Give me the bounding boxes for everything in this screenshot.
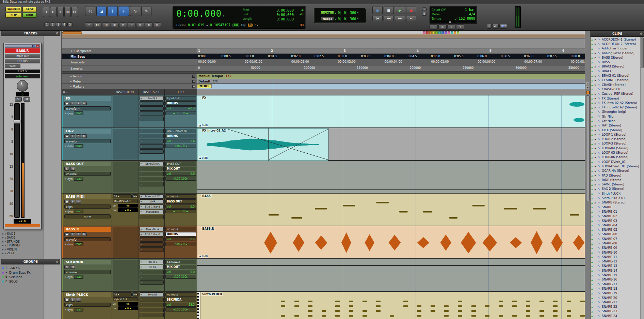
- insert-slot-empty[interactable]: [140, 303, 164, 307]
- zoom-preset-3-button[interactable]: 3: [56, 22, 61, 27]
- fast-forward-button[interactable]: ▶▶: [395, 16, 405, 21]
- transport-collapse-button[interactable]: ≡: [422, 7, 426, 11]
- insert-slot-empty[interactable]: [140, 177, 164, 181]
- clip-item[interactable]: ▲∿SNARE-11: [591, 255, 641, 259]
- marker-square[interactable]: [586, 91, 590, 94]
- insert-slot[interactable]: MaxxBass: [140, 210, 164, 214]
- pan-width-value[interactable]: pan ▸ 0 ◂: [165, 144, 196, 148]
- clip-item[interactable]: ▲▶∿SNARE (Stereo): [591, 200, 641, 205]
- insert-slot[interactable]: MaxxBass: [140, 227, 164, 231]
- ruler-meter-label[interactable]: ▸ Meter +: [62, 79, 197, 83]
- solo-button[interactable]: S: [70, 200, 75, 203]
- speaker-button[interactable]: ◀)): [492, 24, 499, 29]
- main-counter[interactable]: 0:00.000 ▾: [176, 9, 224, 19]
- insert-slot-empty[interactable]: [140, 215, 164, 219]
- groups-panel-header[interactable]: GROUPS ⚙: [1, 259, 60, 264]
- clip-expand-icon[interactable]: ▶: [595, 201, 597, 204]
- clip-item[interactable]: ▲▶∿BASS (Stereo): [591, 55, 641, 60]
- insert-slot-empty[interactable]: [140, 182, 164, 186]
- volume-value[interactable]: -5.5: [171, 205, 195, 208]
- clip-item[interactable]: ▲▶∿ACORDEON-2 (Stereo): [591, 42, 641, 46]
- insert-slot[interactable]: Pro-Q 2: [140, 96, 164, 101]
- clip-item[interactable]: ▲▶∿LOOP-DVerb_01 (Stereo): [591, 164, 641, 168]
- clip-expand-icon[interactable]: ▶: [595, 188, 597, 190]
- list-caret-icon[interactable]: ▾: [66, 91, 68, 94]
- clip-expand-icon[interactable]: ▶: [595, 179, 597, 181]
- clip-item[interactable]: ▲∿SNARE-04: [591, 223, 641, 227]
- dyn-label[interactable]: dyn: [67, 145, 73, 148]
- input-path-selector[interactable]: no input: [165, 292, 196, 297]
- edit-vertical-scrollbar[interactable]: ▲ ▼: [585, 31, 590, 319]
- input-monitor-button[interactable]: I: [70, 134, 75, 138]
- play-button[interactable]: ▶: [395, 6, 405, 14]
- insert-slot-empty[interactable]: [140, 242, 164, 247]
- selection-field-value[interactable]: 0:00.000: [276, 13, 294, 17]
- timecode-ruler-timeline[interactable]: 00:00:00:0000:00:01:0000:00:02:0000:00:0…: [197, 59, 585, 65]
- insert-slot-empty[interactable]: [140, 139, 164, 143]
- track-list-item[interactable]: ●▪SAX-2: [2, 236, 44, 240]
- clip-item[interactable]: ▲∿SNARE-21: [591, 300, 641, 304]
- insert-slot-empty[interactable]: [140, 247, 164, 252]
- record-enable-button[interactable]: ●: [64, 102, 69, 105]
- clip-item[interactable]: ▲∿SNARE-24: [591, 314, 641, 318]
- timeline-scroll-thumb[interactable]: [62, 31, 82, 34]
- volume-fader[interactable]: [14, 103, 20, 218]
- group-item[interactable]: aDrum-Bass-Fx: [2, 270, 53, 275]
- mute-button[interactable]: M: [82, 134, 87, 138]
- clip-item[interactable]: ▲∿Gtr Nilon: [591, 119, 641, 123]
- zoom-preset-4-button[interactable]: 4: [62, 22, 67, 27]
- midi-input-selector[interactable]: All ▾: [113, 194, 132, 198]
- clip-item[interactable]: ▲▶∿LOOP-1 (Stereo): [591, 132, 641, 137]
- record-button[interactable]: ●: [406, 6, 416, 14]
- insert-slot-empty[interactable]: [140, 144, 164, 149]
- clip-item[interactable]: ▲▶∿BRACI-01 (Stereo): [591, 73, 641, 78]
- clip-item[interactable]: ▲∿LOOP-DVerb_01: [591, 160, 641, 164]
- mute-button[interactable]: M: [82, 232, 87, 236]
- clip-expand-icon[interactable]: ▶: [595, 124, 597, 127]
- clip-expand-icon[interactable]: ▶: [595, 152, 597, 154]
- mute-button[interactable]: M: [70, 265, 75, 269]
- track-lane-fx[interactable]: FX▲ 0 dB: [197, 95, 585, 127]
- clip-item[interactable]: ▲∿SNARE-23: [591, 309, 641, 314]
- clip-item[interactable]: ▲∿SNARE-18: [591, 286, 641, 291]
- delay-comp-badge[interactable]: M: [248, 24, 253, 27]
- fader-track-name[interactable]: BASS.R: [5, 48, 40, 53]
- clip-item[interactable]: ▲∿SNARE: [591, 205, 641, 209]
- midi-volume-value[interactable]: 96: [118, 302, 138, 306]
- clip-item[interactable]: ▲▶∿FX (Stereo): [591, 96, 641, 101]
- input-path-selector[interactable]: Input 1-2: [165, 96, 196, 101]
- clip-item[interactable]: ▲▶∿SAX-2 (Stereo): [591, 187, 641, 191]
- clip-expand-icon[interactable]: ▶: [595, 129, 597, 131]
- output-path-selector[interactable]: MIX-OUT: [165, 167, 196, 171]
- pencil-tool[interactable]: ✎: [141, 6, 151, 16]
- clip-item[interactable]: ▲∿SNARE-12: [591, 259, 641, 264]
- ruler-menu-icon[interactable]: ≡: [70, 50, 73, 52]
- clip-item[interactable]: ▲▶∿LOOP-2 (Stereo): [591, 137, 641, 141]
- clip-item[interactable]: ▲∿SNARE-15: [591, 273, 641, 277]
- insert-slot-empty[interactable]: [140, 149, 164, 154]
- add-meter-button[interactable]: +: [192, 80, 195, 83]
- insert-slot-empty[interactable]: [140, 275, 164, 279]
- clip-item[interactable]: ▲∿SNARE-09: [591, 246, 641, 250]
- output-path-button[interactable]: main out: [5, 54, 40, 58]
- tempo-slider[interactable]: [432, 21, 475, 23]
- track-name[interactable]: FX-2: [64, 129, 111, 134]
- session-meter[interactable]: Meter4/4: [432, 12, 475, 16]
- dyn-label[interactable]: dyn: [67, 243, 73, 246]
- track-list-item[interactable]: ●▪TRUMPET: [2, 244, 44, 248]
- track-view-selector[interactable]: volume: [64, 270, 111, 274]
- clip-item[interactable]: ▲∿SNARE-06: [591, 232, 641, 237]
- back-and-play-button[interactable]: |◀: [102, 22, 110, 27]
- clip-expand-icon[interactable]: ▶: [595, 183, 597, 186]
- zoom-toggle-button[interactable]: ✛: [85, 22, 93, 27]
- group-item[interactable]: bSekunda: [2, 275, 53, 279]
- solo-button[interactable]: S: [76, 134, 81, 138]
- clip-item[interactable]: ▲▶∿FX intro-02.A2 (Stereo): [591, 105, 641, 109]
- clip-item[interactable]: ▲∿SNARE-19: [591, 291, 641, 295]
- pan-width-value[interactable]: ◄100 100►: [165, 111, 196, 115]
- insert-slot-empty[interactable]: [140, 129, 164, 133]
- clip-item[interactable]: ▲▶∿Cuciuc -REF (Stereo): [591, 92, 641, 96]
- edit-mode-spot-button[interactable]: SPOT: [22, 7, 37, 12]
- ruler-bars-label[interactable]: ≡ ▾ Bars|Beats: [62, 48, 197, 54]
- track-list-item[interactable]: ●▪ZETA: [2, 252, 44, 256]
